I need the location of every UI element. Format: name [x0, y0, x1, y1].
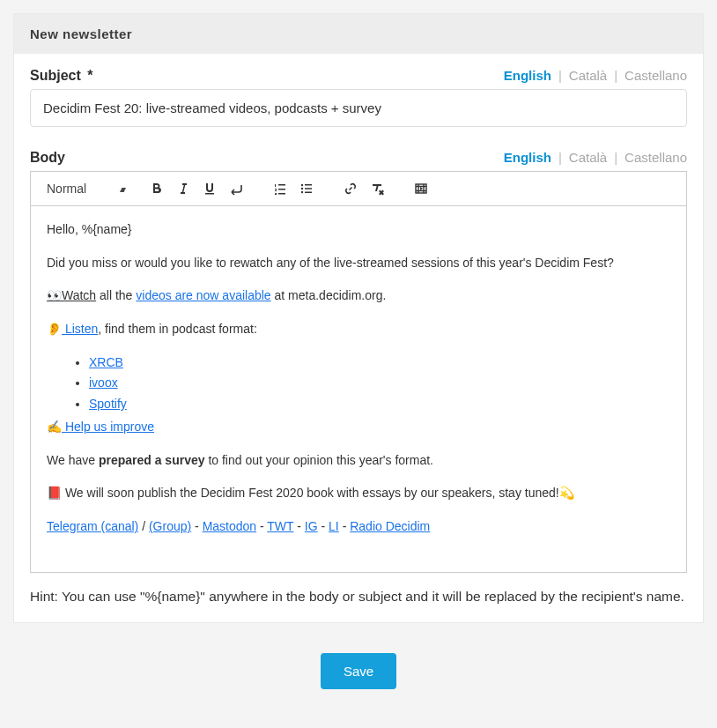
media-group [409, 177, 433, 200]
clear-format-button[interactable] [365, 177, 389, 200]
lang-separator: | [614, 68, 617, 83]
lang-separator: | [558, 68, 562, 83]
sep: - [318, 519, 329, 533]
listen-line: 👂 Listen, find them in podcast format: [47, 320, 670, 339]
unordered-list-button[interactable] [294, 177, 319, 200]
telegram-canal-link[interactable]: Telegram (canal) [47, 519, 138, 533]
watch-mid: all the [96, 288, 136, 302]
page-title: New newsletter [14, 14, 703, 54]
svg-point-1 [301, 188, 303, 189]
lang-separator: | [558, 150, 562, 165]
body-label: Body [30, 150, 65, 166]
book-line: 📕 We will soon publish the Decidim Fest … [47, 484, 670, 503]
required-marker: * [87, 68, 92, 83]
card-body: Subject * English | Català | Castellano … [14, 54, 703, 622]
style-select-value: Normal [47, 182, 86, 196]
telegram-group-link[interactable]: (Group) [149, 519, 191, 533]
list-item: XRCB [89, 353, 670, 373]
sep: - [191, 519, 202, 533]
underline-button[interactable] [197, 177, 222, 200]
intro-paragraph: Did you miss or would you like to rewatc… [47, 254, 670, 273]
watch-label: Watch [62, 288, 96, 302]
help-line: ✍️ Help us improve [47, 418, 670, 437]
lang-tab-english[interactable]: English [504, 68, 551, 83]
sep: - [256, 519, 267, 533]
body-field-header: Body English | Català | Castellano [30, 150, 687, 166]
greeting-line: Hello, %{name} [47, 220, 670, 240]
caret-icon: ▴▾ [120, 184, 123, 194]
list-item: Spotify [89, 395, 670, 414]
ordered-list-button[interactable] [268, 177, 292, 200]
svg-point-2 [301, 191, 303, 193]
listen-link[interactable]: Listen [62, 322, 98, 336]
sep: - [293, 519, 304, 533]
ear-emoji: 👂 [47, 322, 62, 336]
watch-line: 👀Watch all the videos are now available … [47, 286, 670, 306]
mastodon-link[interactable]: Mastodon [203, 519, 256, 533]
survey-line: We have prepared a survey to find out yo… [47, 451, 670, 471]
watch-tail: at meta.decidim.org. [271, 288, 387, 302]
hint-text: Hint: You can use "%{name}" anywhere in … [30, 589, 687, 605]
subject-lang-tabs: English | Català | Castellano [504, 68, 687, 83]
list-group [268, 177, 319, 200]
video-button[interactable] [409, 177, 433, 200]
subject-field-header: Subject * English | Català | Castellano [30, 68, 687, 84]
footer-actions: Save [13, 623, 704, 696]
lang-tab-catala[interactable]: Català [569, 68, 607, 83]
format-group [144, 177, 248, 200]
rich-text-editor: Normal ▴▾ [30, 171, 687, 573]
list-item: ivoox [89, 374, 670, 393]
survey-bold: prepared a survey [99, 453, 205, 467]
link-button[interactable] [338, 177, 363, 200]
paragraph-style-select[interactable]: Normal ▴▾ [38, 178, 132, 199]
body-lang-tabs: English | Català | Castellano [504, 150, 687, 165]
podcast-list: XRCB ivoox Spotify [47, 353, 670, 414]
videos-link[interactable]: videos are now available [136, 288, 270, 302]
subject-label: Subject * [30, 68, 92, 84]
insert-group [338, 177, 389, 200]
survey-post: to find out your opinion this year's for… [205, 453, 433, 467]
lang-separator: | [614, 150, 617, 165]
italic-button[interactable] [171, 177, 196, 200]
svg-point-0 [301, 184, 303, 186]
radio-link[interactable]: Radio Decidim [350, 519, 430, 533]
linkedin-link[interactable]: LI [329, 519, 339, 533]
newsletter-card: New newsletter Subject * English | Catal… [13, 13, 704, 623]
watch-emoji: 👀 [47, 288, 62, 302]
editor-toolbar: Normal ▴▾ [31, 172, 686, 206]
bold-button[interactable] [144, 177, 169, 200]
help-link[interactable]: Help us improve [62, 420, 154, 434]
twitter-link[interactable]: TWT [267, 519, 293, 533]
save-button[interactable]: Save [321, 653, 396, 689]
subject-input[interactable] [30, 89, 687, 127]
sep: - [339, 519, 350, 533]
subject-label-text: Subject [30, 68, 81, 83]
ivoox-link[interactable]: ivoox [89, 375, 118, 390]
xrcb-link[interactable]: XRCB [89, 355, 123, 369]
social-links: Telegram (canal) / (Group) - Mastodon - … [47, 517, 670, 537]
line-break-button[interactable] [224, 177, 248, 200]
editor-content[interactable]: Hello, %{name} Did you miss or would you… [31, 206, 686, 572]
sep: / [138, 519, 149, 533]
lang-tab-castellano[interactable]: Castellano [625, 150, 687, 165]
survey-pre: We have [47, 453, 99, 467]
lang-tab-english[interactable]: English [504, 150, 551, 165]
listen-tail: , find them in podcast format: [98, 322, 257, 336]
writing-emoji: ✍️ [47, 420, 62, 434]
instagram-link[interactable]: IG [305, 519, 318, 533]
lang-tab-catala[interactable]: Català [569, 150, 607, 165]
spotify-link[interactable]: Spotify [89, 397, 127, 411]
lang-tab-castellano[interactable]: Castellano [625, 68, 687, 83]
